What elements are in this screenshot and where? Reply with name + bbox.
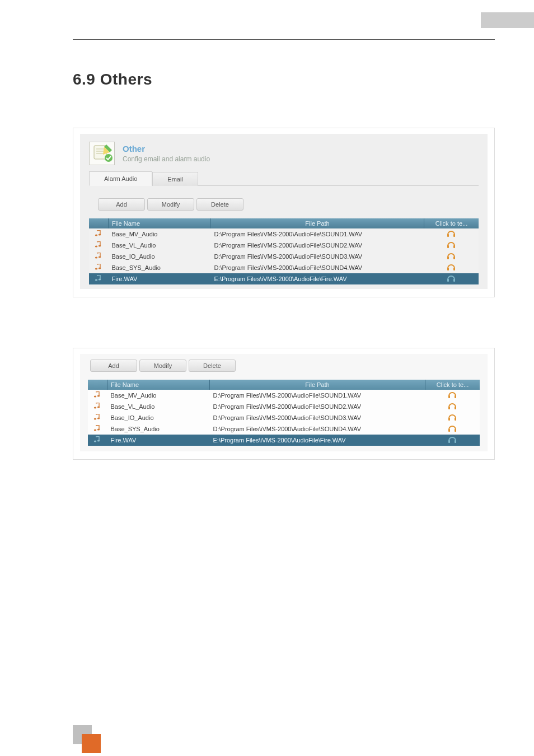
cell-filepath: D:\Program Files\iVMS-2000\AudioFile\SOU… [210, 401, 425, 412]
col-filepath: File Path [210, 380, 425, 390]
table-row[interactable]: Base_VL_AudioD:\Program Files\iVMS-2000\… [88, 401, 480, 412]
svg-rect-45 [448, 440, 450, 443]
screenshot-other-panel: Other Config email and alarm audio Alarm… [73, 128, 495, 297]
music-note-icon [95, 253, 102, 259]
svg-point-27 [94, 395, 96, 397]
svg-point-8 [99, 234, 101, 235]
headphones-icon[interactable] [448, 391, 457, 399]
col-filename: File Name [109, 218, 211, 228]
cell-filepath: D:\Program Files\iVMS-2000\AudioFile\SOU… [210, 423, 425, 435]
svg-rect-10 [453, 234, 455, 237]
add-button[interactable]: Add [90, 360, 137, 372]
svg-rect-14 [453, 245, 455, 248]
cell-filepath: D:\Program Files\iVMS-2000\AudioFile\SOU… [211, 240, 424, 251]
headphones-icon[interactable] [448, 413, 457, 421]
cell-filepath: D:\Program Files\iVMS-2000\AudioFile\SOU… [211, 251, 424, 262]
tabs: Alarm Audio Email [89, 171, 479, 186]
table-row[interactable]: Base_IO_AudioD:\Program Files\iVMS-2000\… [88, 412, 480, 423]
svg-rect-18 [453, 256, 455, 259]
headphones-icon[interactable] [447, 230, 456, 237]
table-row[interactable]: Base_SYS_AudioD:\Program Files\iVMS-2000… [88, 423, 480, 435]
svg-rect-37 [448, 418, 450, 421]
music-note-icon [95, 275, 102, 282]
svg-point-23 [95, 279, 97, 281]
audio-table: File Name File Path Click to te... Base_… [88, 380, 480, 446]
headphones-icon[interactable] [447, 252, 456, 260]
col-filepath: File Path [211, 218, 424, 228]
headphones-icon[interactable] [447, 263, 456, 271]
cell-filename: Base_VL_Audio [107, 401, 210, 412]
cell-filename: Base_IO_Audio [107, 412, 210, 423]
svg-point-15 [95, 256, 97, 258]
svg-point-39 [94, 429, 96, 431]
svg-point-16 [99, 256, 101, 258]
add-button[interactable]: Add [98, 198, 145, 211]
svg-rect-41 [448, 429, 450, 432]
svg-point-6 [105, 154, 113, 162]
cell-filepath: D:\Program Files\iVMS-2000\AudioFile\SOU… [211, 228, 424, 240]
modify-button[interactable]: Modify [139, 360, 186, 372]
svg-point-19 [95, 268, 97, 269]
music-note-icon [93, 425, 101, 432]
svg-rect-17 [447, 256, 449, 259]
headphones-icon[interactable] [448, 402, 457, 410]
headphones-icon[interactable] [448, 424, 457, 432]
cell-filename: Fire.WAV [109, 273, 211, 284]
svg-rect-26 [453, 279, 455, 282]
svg-rect-30 [455, 395, 456, 398]
svg-rect-42 [455, 429, 456, 432]
delete-button[interactable]: Delete [196, 198, 243, 211]
headphones-icon[interactable] [447, 274, 456, 282]
table-row[interactable]: Base_IO_AudioD:\Program Files\iVMS-2000\… [89, 251, 479, 262]
table-row[interactable]: Base_SYS_AudioD:\Program Files\iVMS-2000… [89, 262, 479, 273]
cell-filename: Base_VL_Audio [109, 240, 211, 251]
music-note-icon [93, 391, 101, 398]
cell-filepath: D:\Program Files\iVMS-2000\AudioFile\SOU… [210, 390, 425, 401]
svg-point-12 [99, 245, 101, 246]
svg-point-31 [94, 407, 96, 408]
music-note-icon [95, 230, 102, 237]
svg-rect-34 [455, 407, 456, 409]
music-note-icon [93, 403, 101, 409]
headphones-icon[interactable] [447, 241, 456, 249]
section-heading: 6.9 Others [73, 71, 495, 88]
svg-rect-25 [447, 279, 449, 282]
cell-filepath: E:\Program Files\iVMS-2000\AudioFile\Fir… [210, 435, 425, 446]
svg-point-36 [97, 417, 100, 419]
table-row[interactable]: Fire.WAVE:\Program Files\iVMS-2000\Audio… [88, 435, 480, 446]
music-note-icon [93, 414, 101, 421]
table-row[interactable]: Fire.WAVE:\Program Files\iVMS-2000\Audio… [89, 273, 479, 284]
music-note-icon [95, 241, 102, 248]
svg-rect-22 [453, 268, 455, 270]
audio-table-blurry: File Name File Path Click to te... Base_… [89, 218, 479, 284]
page-edge-tab [481, 12, 534, 28]
svg-point-28 [97, 395, 100, 396]
col-play: Click to te... [425, 380, 480, 390]
table-row[interactable]: Base_VL_AudioD:\Program Files\iVMS-2000\… [89, 240, 479, 251]
col-play: Click to te... [424, 218, 479, 228]
svg-point-11 [95, 245, 97, 247]
panel-title: Other [123, 144, 210, 153]
modify-button[interactable]: Modify [147, 198, 194, 211]
cell-filename: Base_SYS_Audio [109, 262, 211, 273]
table-row[interactable]: Base_MV_AudioD:\Program Files\iVMS-2000\… [88, 390, 480, 401]
cell-filepath: E:\Program Files\iVMS-2000\AudioFile\Fir… [211, 273, 424, 284]
svg-rect-38 [455, 418, 456, 421]
panel-subtitle: Config email and alarm audio [123, 155, 210, 163]
cell-filename: Base_IO_Audio [109, 251, 211, 262]
tab-alarm-audio[interactable]: Alarm Audio [89, 171, 152, 186]
headphones-icon[interactable] [448, 436, 457, 444]
table-row[interactable]: Base_MV_AudioD:\Program Files\iVMS-2000\… [89, 228, 479, 240]
svg-point-35 [94, 418, 96, 419]
svg-point-20 [99, 267, 101, 269]
cell-filepath: D:\Program Files\iVMS-2000\AudioFile\SOU… [210, 412, 425, 423]
cell-filename: Base_SYS_Audio [107, 423, 210, 435]
tab-email[interactable]: Email [152, 172, 198, 186]
cell-filename: Base_MV_Audio [107, 390, 210, 401]
col-filename: File Name [107, 380, 210, 390]
svg-point-32 [97, 406, 100, 408]
svg-rect-33 [448, 407, 450, 409]
delete-button[interactable]: Delete [189, 360, 236, 372]
screenshot-audio-table: Add Modify Delete File Name File Path Cl… [73, 348, 495, 460]
cell-filename: Base_MV_Audio [109, 228, 211, 240]
